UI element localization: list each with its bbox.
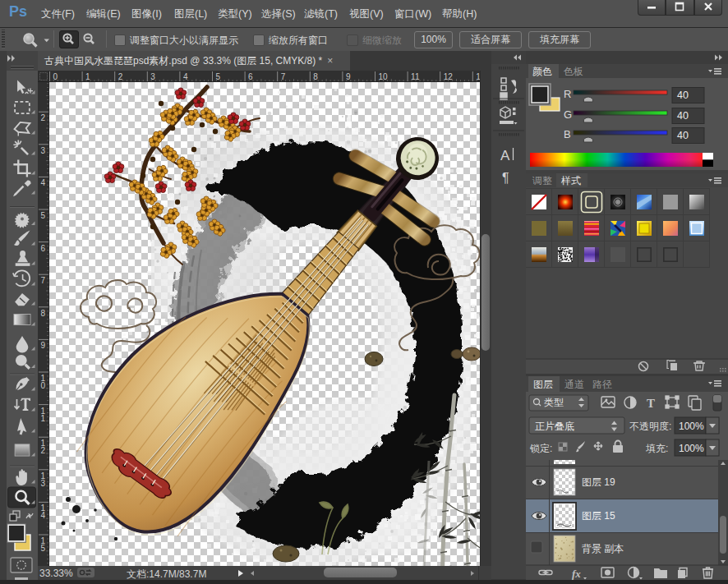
- svg-text:6: 6: [41, 244, 46, 253]
- svg-text:类型: 类型: [544, 397, 564, 408]
- svg-text:fx: fx: [572, 568, 581, 580]
- svg-text:正片叠底: 正片叠底: [535, 421, 574, 432]
- svg-text:颜色: 颜色: [532, 66, 552, 77]
- svg-text:5: 5: [41, 211, 46, 220]
- svg-text:G: G: [564, 108, 572, 121]
- svg-text:锁定:: 锁定:: [529, 443, 552, 454]
- svg-text:B: B: [564, 128, 571, 140]
- svg-text:2: 2: [41, 446, 46, 455]
- svg-text:40: 40: [677, 90, 689, 101]
- svg-text:T: T: [647, 397, 655, 410]
- svg-text:100%: 100%: [679, 421, 704, 432]
- svg-text:3: 3: [41, 479, 46, 488]
- svg-text:样式: 样式: [560, 175, 581, 186]
- svg-text:40: 40: [677, 110, 689, 122]
- svg-text:7: 7: [41, 276, 46, 285]
- svg-text:图层: 图层: [533, 379, 553, 390]
- svg-text:4: 4: [41, 178, 46, 187]
- svg-text:0: 0: [41, 381, 46, 390]
- svg-text:3: 3: [41, 146, 46, 155]
- svg-text:1: 1: [41, 414, 46, 423]
- svg-text:路径: 路径: [592, 379, 612, 390]
- svg-text:A: A: [500, 148, 510, 163]
- svg-text:4: 4: [41, 511, 46, 520]
- svg-text:2: 2: [41, 113, 46, 122]
- svg-text:8: 8: [41, 309, 46, 318]
- svg-text:5: 5: [41, 544, 46, 553]
- svg-text:9: 9: [41, 341, 46, 350]
- svg-text:调整: 调整: [532, 175, 552, 186]
- svg-text:色板: 色板: [563, 66, 583, 77]
- svg-text:100%: 100%: [679, 443, 704, 454]
- svg-text:¶: ¶: [502, 171, 509, 185]
- svg-text:40: 40: [677, 130, 689, 141]
- svg-text:图层 15: 图层 15: [582, 510, 615, 522]
- svg-text:不透明度:: 不透明度:: [629, 421, 671, 432]
- svg-text:R: R: [564, 88, 571, 100]
- svg-text:图层 19: 图层 19: [582, 476, 615, 488]
- svg-text:通道: 通道: [564, 379, 584, 390]
- svg-text:填充:: 填充:: [646, 443, 668, 454]
- svg-text:背景 副本: 背景 副本: [582, 543, 624, 554]
